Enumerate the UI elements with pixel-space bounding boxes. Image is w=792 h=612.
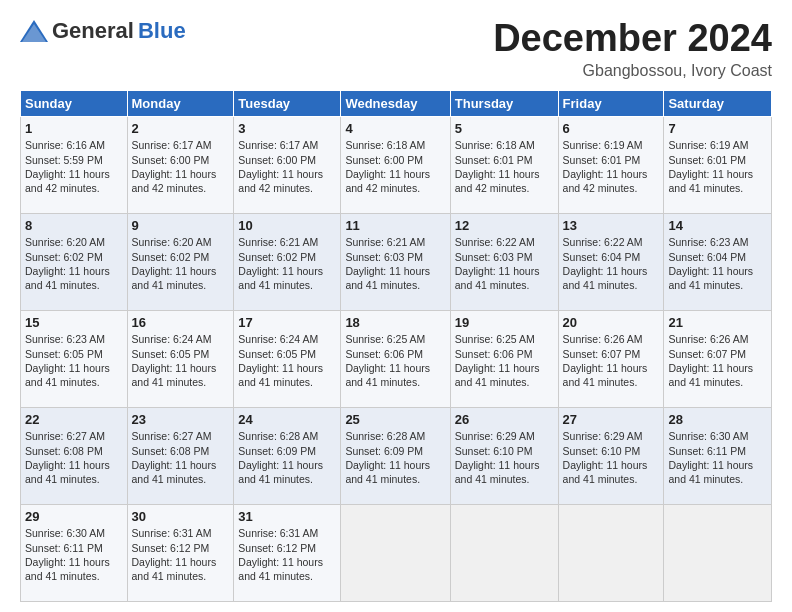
logo: GeneralBlue (20, 18, 186, 44)
calendar-week-row: 15Sunrise: 6:23 AMSunset: 6:05 PMDayligh… (21, 310, 772, 407)
page: GeneralBlue December 2024 Gbangbossou, I… (0, 0, 792, 612)
day-number: 31 (238, 508, 336, 526)
calendar-cell: 12Sunrise: 6:22 AMSunset: 6:03 PMDayligh… (450, 213, 558, 310)
calendar-cell: 18Sunrise: 6:25 AMSunset: 6:06 PMDayligh… (341, 310, 450, 407)
sunset-text: Sunset: 6:04 PM (563, 251, 641, 263)
day-number: 27 (563, 411, 660, 429)
calendar-cell: 19Sunrise: 6:25 AMSunset: 6:06 PMDayligh… (450, 310, 558, 407)
calendar-cell: 22Sunrise: 6:27 AMSunset: 6:08 PMDayligh… (21, 407, 128, 504)
day-number: 21 (668, 314, 767, 332)
sunrise-text: Sunrise: 6:17 AM (132, 139, 212, 151)
calendar-cell: 14Sunrise: 6:23 AMSunset: 6:04 PMDayligh… (664, 213, 772, 310)
day-number: 9 (132, 217, 230, 235)
daylight-text: Daylight: 11 hours and 42 minutes. (563, 168, 648, 194)
sunrise-text: Sunrise: 6:28 AM (238, 430, 318, 442)
calendar-cell: 27Sunrise: 6:29 AMSunset: 6:10 PMDayligh… (558, 407, 664, 504)
day-number: 8 (25, 217, 123, 235)
day-number: 24 (238, 411, 336, 429)
sunrise-text: Sunrise: 6:22 AM (455, 236, 535, 248)
daylight-text: Daylight: 11 hours and 41 minutes. (132, 459, 217, 485)
daylight-text: Daylight: 11 hours and 41 minutes. (668, 459, 753, 485)
calendar-cell: 9Sunrise: 6:20 AMSunset: 6:02 PMDaylight… (127, 213, 234, 310)
day-number: 19 (455, 314, 554, 332)
daylight-text: Daylight: 11 hours and 41 minutes. (563, 362, 648, 388)
daylight-text: Daylight: 11 hours and 41 minutes. (455, 459, 540, 485)
daylight-text: Daylight: 11 hours and 42 minutes. (455, 168, 540, 194)
sunrise-text: Sunrise: 6:19 AM (563, 139, 643, 151)
daylight-text: Daylight: 11 hours and 41 minutes. (132, 265, 217, 291)
calendar-cell: 23Sunrise: 6:27 AMSunset: 6:08 PMDayligh… (127, 407, 234, 504)
daylight-text: Daylight: 11 hours and 41 minutes. (563, 265, 648, 291)
sunrise-text: Sunrise: 6:28 AM (345, 430, 425, 442)
header: GeneralBlue December 2024 Gbangbossou, I… (20, 18, 772, 80)
col-tuesday: Tuesday (234, 90, 341, 116)
sunset-text: Sunset: 6:02 PM (132, 251, 210, 263)
sunset-text: Sunset: 6:02 PM (25, 251, 103, 263)
calendar-cell: 24Sunrise: 6:28 AMSunset: 6:09 PMDayligh… (234, 407, 341, 504)
col-monday: Monday (127, 90, 234, 116)
daylight-text: Daylight: 11 hours and 41 minutes. (345, 265, 430, 291)
day-number: 11 (345, 217, 445, 235)
day-number: 10 (238, 217, 336, 235)
sunset-text: Sunset: 6:12 PM (238, 542, 316, 554)
day-number: 5 (455, 120, 554, 138)
day-number: 1 (25, 120, 123, 138)
sunset-text: Sunset: 6:01 PM (668, 154, 746, 166)
sunset-text: Sunset: 6:06 PM (455, 348, 533, 360)
day-number: 22 (25, 411, 123, 429)
daylight-text: Daylight: 11 hours and 41 minutes. (25, 362, 110, 388)
calendar-cell: 30Sunrise: 6:31 AMSunset: 6:12 PMDayligh… (127, 504, 234, 601)
sunrise-text: Sunrise: 6:20 AM (25, 236, 105, 248)
sunset-text: Sunset: 6:07 PM (563, 348, 641, 360)
day-number: 16 (132, 314, 230, 332)
month-title: December 2024 (493, 18, 772, 60)
sunrise-text: Sunrise: 6:23 AM (25, 333, 105, 345)
sunset-text: Sunset: 6:10 PM (455, 445, 533, 457)
sunrise-text: Sunrise: 6:30 AM (25, 527, 105, 539)
day-number: 12 (455, 217, 554, 235)
col-saturday: Saturday (664, 90, 772, 116)
daylight-text: Daylight: 11 hours and 41 minutes. (132, 556, 217, 582)
sunrise-text: Sunrise: 6:24 AM (238, 333, 318, 345)
sunrise-text: Sunrise: 6:22 AM (563, 236, 643, 248)
day-number: 15 (25, 314, 123, 332)
sunset-text: Sunset: 6:08 PM (132, 445, 210, 457)
daylight-text: Daylight: 11 hours and 42 minutes. (132, 168, 217, 194)
sunset-text: Sunset: 5:59 PM (25, 154, 103, 166)
sunset-text: Sunset: 6:04 PM (668, 251, 746, 263)
day-number: 14 (668, 217, 767, 235)
day-number: 13 (563, 217, 660, 235)
sunset-text: Sunset: 6:02 PM (238, 251, 316, 263)
daylight-text: Daylight: 11 hours and 41 minutes. (132, 362, 217, 388)
calendar-cell: 28Sunrise: 6:30 AMSunset: 6:11 PMDayligh… (664, 407, 772, 504)
calendar-cell: 31Sunrise: 6:31 AMSunset: 6:12 PMDayligh… (234, 504, 341, 601)
sunset-text: Sunset: 6:01 PM (455, 154, 533, 166)
calendar-cell: 15Sunrise: 6:23 AMSunset: 6:05 PMDayligh… (21, 310, 128, 407)
sunset-text: Sunset: 6:09 PM (238, 445, 316, 457)
sunset-text: Sunset: 6:00 PM (132, 154, 210, 166)
calendar-cell: 7Sunrise: 6:19 AMSunset: 6:01 PMDaylight… (664, 116, 772, 213)
sunset-text: Sunset: 6:03 PM (455, 251, 533, 263)
day-number: 6 (563, 120, 660, 138)
calendar-cell: 10Sunrise: 6:21 AMSunset: 6:02 PMDayligh… (234, 213, 341, 310)
daylight-text: Daylight: 11 hours and 41 minutes. (455, 265, 540, 291)
daylight-text: Daylight: 11 hours and 41 minutes. (345, 459, 430, 485)
calendar-cell: 2Sunrise: 6:17 AMSunset: 6:00 PMDaylight… (127, 116, 234, 213)
col-sunday: Sunday (21, 90, 128, 116)
day-number: 20 (563, 314, 660, 332)
sunrise-text: Sunrise: 6:23 AM (668, 236, 748, 248)
daylight-text: Daylight: 11 hours and 41 minutes. (25, 459, 110, 485)
daylight-text: Daylight: 11 hours and 41 minutes. (25, 556, 110, 582)
daylight-text: Daylight: 11 hours and 42 minutes. (345, 168, 430, 194)
title-block: December 2024 Gbangbossou, Ivory Coast (493, 18, 772, 80)
logo-blue-text: Blue (138, 18, 186, 44)
sunset-text: Sunset: 6:12 PM (132, 542, 210, 554)
calendar-cell (450, 504, 558, 601)
logo-general-text: General (52, 18, 134, 44)
sunrise-text: Sunrise: 6:29 AM (563, 430, 643, 442)
daylight-text: Daylight: 11 hours and 41 minutes. (25, 265, 110, 291)
calendar-week-row: 29Sunrise: 6:30 AMSunset: 6:11 PMDayligh… (21, 504, 772, 601)
sunrise-text: Sunrise: 6:18 AM (455, 139, 535, 151)
sunset-text: Sunset: 6:03 PM (345, 251, 423, 263)
calendar-cell (341, 504, 450, 601)
